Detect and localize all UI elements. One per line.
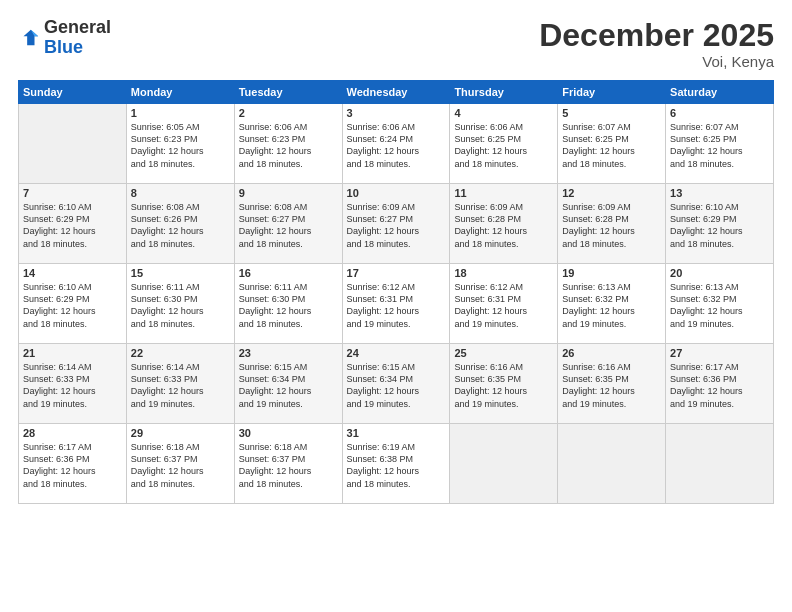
page: General Blue December 2025 Voi, Kenya Su… bbox=[0, 0, 792, 612]
day-info: Sunrise: 6:19 AMSunset: 6:38 PMDaylight:… bbox=[347, 441, 446, 490]
day-info: Sunrise: 6:10 AMSunset: 6:29 PMDaylight:… bbox=[670, 201, 769, 250]
day-number: 28 bbox=[23, 427, 122, 439]
table-row: 18Sunrise: 6:12 AMSunset: 6:31 PMDayligh… bbox=[450, 264, 558, 344]
header-monday: Monday bbox=[126, 81, 234, 104]
day-number: 18 bbox=[454, 267, 553, 279]
day-number: 14 bbox=[23, 267, 122, 279]
calendar-week-row: 1Sunrise: 6:05 AMSunset: 6:23 PMDaylight… bbox=[19, 104, 774, 184]
table-row bbox=[666, 424, 774, 504]
table-row: 20Sunrise: 6:13 AMSunset: 6:32 PMDayligh… bbox=[666, 264, 774, 344]
table-row: 30Sunrise: 6:18 AMSunset: 6:37 PMDayligh… bbox=[234, 424, 342, 504]
table-row: 17Sunrise: 6:12 AMSunset: 6:31 PMDayligh… bbox=[342, 264, 450, 344]
day-info: Sunrise: 6:14 AMSunset: 6:33 PMDaylight:… bbox=[131, 361, 230, 410]
table-row: 21Sunrise: 6:14 AMSunset: 6:33 PMDayligh… bbox=[19, 344, 127, 424]
day-info: Sunrise: 6:06 AMSunset: 6:25 PMDaylight:… bbox=[454, 121, 553, 170]
table-row: 26Sunrise: 6:16 AMSunset: 6:35 PMDayligh… bbox=[558, 344, 666, 424]
calendar-week-row: 28Sunrise: 6:17 AMSunset: 6:36 PMDayligh… bbox=[19, 424, 774, 504]
day-info: Sunrise: 6:06 AMSunset: 6:23 PMDaylight:… bbox=[239, 121, 338, 170]
day-number: 10 bbox=[347, 187, 446, 199]
table-row bbox=[19, 104, 127, 184]
table-row: 24Sunrise: 6:15 AMSunset: 6:34 PMDayligh… bbox=[342, 344, 450, 424]
table-row: 7Sunrise: 6:10 AMSunset: 6:29 PMDaylight… bbox=[19, 184, 127, 264]
header-wednesday: Wednesday bbox=[342, 81, 450, 104]
calendar-header-row: Sunday Monday Tuesday Wednesday Thursday… bbox=[19, 81, 774, 104]
table-row: 10Sunrise: 6:09 AMSunset: 6:27 PMDayligh… bbox=[342, 184, 450, 264]
day-number: 20 bbox=[670, 267, 769, 279]
day-number: 26 bbox=[562, 347, 661, 359]
header: General Blue December 2025 Voi, Kenya bbox=[18, 18, 774, 70]
table-row bbox=[558, 424, 666, 504]
day-info: Sunrise: 6:14 AMSunset: 6:33 PMDaylight:… bbox=[23, 361, 122, 410]
day-info: Sunrise: 6:13 AMSunset: 6:32 PMDaylight:… bbox=[670, 281, 769, 330]
table-row: 31Sunrise: 6:19 AMSunset: 6:38 PMDayligh… bbox=[342, 424, 450, 504]
day-info: Sunrise: 6:15 AMSunset: 6:34 PMDaylight:… bbox=[239, 361, 338, 410]
table-row: 25Sunrise: 6:16 AMSunset: 6:35 PMDayligh… bbox=[450, 344, 558, 424]
table-row: 15Sunrise: 6:11 AMSunset: 6:30 PMDayligh… bbox=[126, 264, 234, 344]
day-info: Sunrise: 6:05 AMSunset: 6:23 PMDaylight:… bbox=[131, 121, 230, 170]
day-info: Sunrise: 6:10 AMSunset: 6:29 PMDaylight:… bbox=[23, 201, 122, 250]
logo: General Blue bbox=[18, 18, 111, 58]
table-row: 22Sunrise: 6:14 AMSunset: 6:33 PMDayligh… bbox=[126, 344, 234, 424]
logo-icon bbox=[18, 27, 40, 49]
table-row: 3Sunrise: 6:06 AMSunset: 6:24 PMDaylight… bbox=[342, 104, 450, 184]
day-info: Sunrise: 6:09 AMSunset: 6:28 PMDaylight:… bbox=[562, 201, 661, 250]
day-number: 12 bbox=[562, 187, 661, 199]
table-row: 28Sunrise: 6:17 AMSunset: 6:36 PMDayligh… bbox=[19, 424, 127, 504]
logo-general-text: General bbox=[44, 17, 111, 37]
day-info: Sunrise: 6:12 AMSunset: 6:31 PMDaylight:… bbox=[347, 281, 446, 330]
table-row: 11Sunrise: 6:09 AMSunset: 6:28 PMDayligh… bbox=[450, 184, 558, 264]
day-info: Sunrise: 6:18 AMSunset: 6:37 PMDaylight:… bbox=[131, 441, 230, 490]
day-number: 17 bbox=[347, 267, 446, 279]
day-number: 23 bbox=[239, 347, 338, 359]
header-tuesday: Tuesday bbox=[234, 81, 342, 104]
day-number: 8 bbox=[131, 187, 230, 199]
table-row bbox=[450, 424, 558, 504]
logo-blue-text: Blue bbox=[44, 37, 83, 57]
table-row: 13Sunrise: 6:10 AMSunset: 6:29 PMDayligh… bbox=[666, 184, 774, 264]
day-number: 27 bbox=[670, 347, 769, 359]
day-info: Sunrise: 6:07 AMSunset: 6:25 PMDaylight:… bbox=[670, 121, 769, 170]
table-row: 5Sunrise: 6:07 AMSunset: 6:25 PMDaylight… bbox=[558, 104, 666, 184]
day-info: Sunrise: 6:11 AMSunset: 6:30 PMDaylight:… bbox=[239, 281, 338, 330]
calendar-week-row: 21Sunrise: 6:14 AMSunset: 6:33 PMDayligh… bbox=[19, 344, 774, 424]
day-info: Sunrise: 6:08 AMSunset: 6:27 PMDaylight:… bbox=[239, 201, 338, 250]
table-row: 29Sunrise: 6:18 AMSunset: 6:37 PMDayligh… bbox=[126, 424, 234, 504]
header-saturday: Saturday bbox=[666, 81, 774, 104]
day-number: 16 bbox=[239, 267, 338, 279]
day-number: 15 bbox=[131, 267, 230, 279]
day-info: Sunrise: 6:07 AMSunset: 6:25 PMDaylight:… bbox=[562, 121, 661, 170]
header-sunday: Sunday bbox=[19, 81, 127, 104]
table-row: 6Sunrise: 6:07 AMSunset: 6:25 PMDaylight… bbox=[666, 104, 774, 184]
day-number: 13 bbox=[670, 187, 769, 199]
day-number: 30 bbox=[239, 427, 338, 439]
day-number: 24 bbox=[347, 347, 446, 359]
day-info: Sunrise: 6:16 AMSunset: 6:35 PMDaylight:… bbox=[562, 361, 661, 410]
table-row: 27Sunrise: 6:17 AMSunset: 6:36 PMDayligh… bbox=[666, 344, 774, 424]
table-row: 23Sunrise: 6:15 AMSunset: 6:34 PMDayligh… bbox=[234, 344, 342, 424]
day-info: Sunrise: 6:12 AMSunset: 6:31 PMDaylight:… bbox=[454, 281, 553, 330]
table-row: 9Sunrise: 6:08 AMSunset: 6:27 PMDaylight… bbox=[234, 184, 342, 264]
day-number: 19 bbox=[562, 267, 661, 279]
day-info: Sunrise: 6:16 AMSunset: 6:35 PMDaylight:… bbox=[454, 361, 553, 410]
day-number: 11 bbox=[454, 187, 553, 199]
table-row: 1Sunrise: 6:05 AMSunset: 6:23 PMDaylight… bbox=[126, 104, 234, 184]
table-row: 12Sunrise: 6:09 AMSunset: 6:28 PMDayligh… bbox=[558, 184, 666, 264]
table-row: 4Sunrise: 6:06 AMSunset: 6:25 PMDaylight… bbox=[450, 104, 558, 184]
day-info: Sunrise: 6:10 AMSunset: 6:29 PMDaylight:… bbox=[23, 281, 122, 330]
day-number: 29 bbox=[131, 427, 230, 439]
day-number: 9 bbox=[239, 187, 338, 199]
day-info: Sunrise: 6:06 AMSunset: 6:24 PMDaylight:… bbox=[347, 121, 446, 170]
day-info: Sunrise: 6:15 AMSunset: 6:34 PMDaylight:… bbox=[347, 361, 446, 410]
day-number: 1 bbox=[131, 107, 230, 119]
table-row: 16Sunrise: 6:11 AMSunset: 6:30 PMDayligh… bbox=[234, 264, 342, 344]
day-info: Sunrise: 6:17 AMSunset: 6:36 PMDaylight:… bbox=[23, 441, 122, 490]
calendar-title: December 2025 bbox=[539, 18, 774, 53]
day-info: Sunrise: 6:08 AMSunset: 6:26 PMDaylight:… bbox=[131, 201, 230, 250]
logo-text: General Blue bbox=[44, 18, 111, 58]
svg-marker-0 bbox=[24, 30, 39, 46]
calendar-week-row: 14Sunrise: 6:10 AMSunset: 6:29 PMDayligh… bbox=[19, 264, 774, 344]
calendar-location: Voi, Kenya bbox=[539, 53, 774, 70]
day-info: Sunrise: 6:17 AMSunset: 6:36 PMDaylight:… bbox=[670, 361, 769, 410]
day-info: Sunrise: 6:09 AMSunset: 6:27 PMDaylight:… bbox=[347, 201, 446, 250]
day-number: 6 bbox=[670, 107, 769, 119]
